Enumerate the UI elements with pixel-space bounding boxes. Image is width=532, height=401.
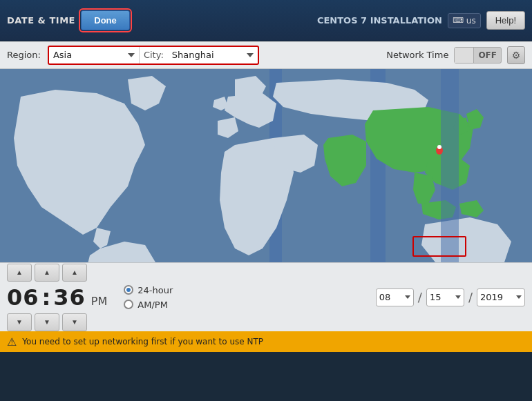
format-24h-radio[interactable]	[124, 285, 133, 295]
toggle-track	[455, 48, 474, 63]
time-colon: :	[42, 284, 51, 311]
hours-down-button[interactable]: ▼	[7, 313, 32, 331]
page-title: DATE & TIME	[7, 15, 75, 26]
network-time-label: Network Time	[386, 50, 448, 60]
toggle-state: OFF	[474, 49, 501, 61]
format-ampm-radio[interactable]	[124, 300, 133, 309]
time-display: 06 : 36 PM	[7, 284, 107, 311]
network-time-section: Network Time OFF ⚙	[386, 46, 525, 64]
region-arrow-icon	[128, 53, 135, 57]
format-24h-label: 24-hour	[137, 285, 173, 295]
radio-filled-dot	[126, 288, 131, 292]
month-selector[interactable]: 08	[376, 288, 414, 306]
svg-point-6	[437, 145, 441, 149]
warning-bar: ⚠ You need to set up networking first if…	[0, 331, 532, 352]
city-dropdown[interactable]: Shanghai	[168, 48, 258, 62]
year-value: 2019	[480, 292, 503, 302]
date-sep-2: /	[468, 290, 473, 304]
done-button[interactable]: Done	[81, 10, 130, 30]
keyboard-icon: ⌨	[453, 16, 464, 25]
gear-icon: ⚙	[512, 50, 521, 61]
warning-icon: ⚠	[7, 335, 17, 349]
time-format-options: 24-hour AM/PM	[124, 285, 173, 310]
time-up-spinners: ▲ ▲ ▲	[7, 264, 87, 282]
network-time-toggle[interactable]: OFF	[454, 47, 502, 63]
keyboard-indicator[interactable]: ⌨ us	[448, 13, 481, 28]
format-ampm-option[interactable]: AM/PM	[124, 300, 173, 310]
help-button[interactable]: Help!	[486, 11, 525, 30]
gear-button[interactable]: ⚙	[507, 46, 525, 64]
seconds-down-button[interactable]: ▼	[62, 313, 87, 331]
day-arrow-icon	[455, 295, 461, 299]
time-down-spinners: ▼ ▼ ▼	[7, 313, 87, 331]
svg-rect-3	[441, 69, 459, 262]
minutes-down-button[interactable]: ▼	[35, 313, 59, 331]
minutes-up-button[interactable]: ▲	[35, 264, 59, 282]
region-label: Region:	[7, 50, 41, 60]
keyboard-lang: us	[466, 16, 476, 26]
warning-text: You need to set up networking first if y…	[22, 337, 263, 346]
time-controls: ▲ ▲ ▲ 06 : 36 PM ▼ ▼ ▼ 24-hour	[0, 262, 532, 331]
header-right: CENTOS 7 INSTALLATION ⌨ us Help!	[317, 11, 525, 30]
region-dropdown[interactable]: Asia	[49, 48, 139, 62]
format-24h-option[interactable]: 24-hour	[124, 285, 173, 295]
world-map[interactable]	[0, 69, 532, 262]
day-value: 15	[430, 292, 441, 302]
date-controls: 08 / 15 / 2019	[376, 288, 525, 306]
year-arrow-icon	[516, 295, 522, 299]
city-value: Shanghai	[172, 50, 241, 60]
year-selector[interactable]: 2019	[477, 288, 525, 306]
month-value: 08	[379, 292, 391, 302]
month-arrow-icon	[405, 295, 410, 299]
region-city-box: Asia City: Shanghai	[48, 46, 259, 65]
format-ampm-label: AM/PM	[137, 300, 168, 310]
controls-row: Region: Asia City: Shanghai Network Time…	[0, 41, 532, 69]
minutes-value: 36	[53, 284, 86, 311]
header: DATE & TIME Done CENTOS 7 INSTALLATION ⌨…	[0, 0, 532, 41]
date-sep-1: /	[418, 290, 422, 304]
hours-value: 06	[7, 284, 39, 311]
day-selector[interactable]: 15	[426, 288, 464, 306]
hours-up-button[interactable]: ▲	[7, 264, 32, 282]
install-label: CENTOS 7 INSTALLATION	[317, 15, 442, 26]
city-arrow-icon	[247, 53, 254, 57]
seconds-up-button[interactable]: ▲	[62, 264, 87, 282]
ampm-value: PM	[91, 295, 107, 311]
city-label: City:	[140, 48, 168, 62]
region-value: Asia	[53, 50, 122, 60]
